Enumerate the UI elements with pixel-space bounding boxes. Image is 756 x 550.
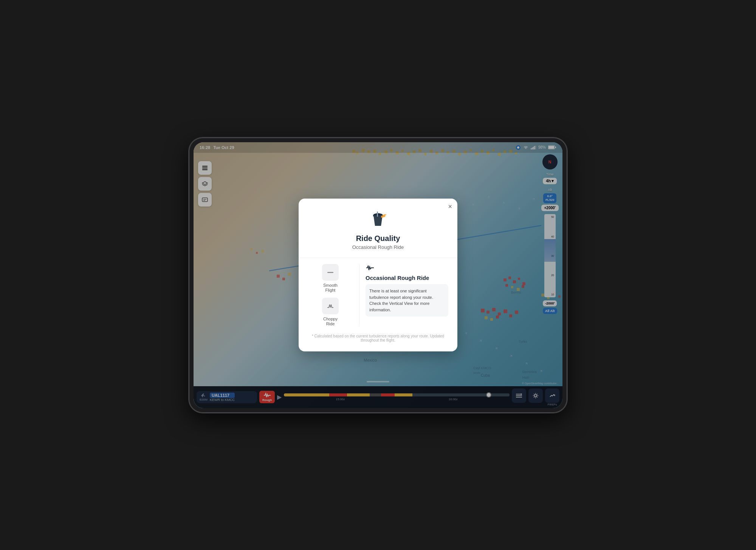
choppy-ride-label: ChoppyRide bbox=[323, 317, 338, 326]
smooth-icon-box bbox=[322, 264, 339, 281]
svg-rect-140 bbox=[327, 272, 333, 273]
ride-quality-modal: × bbox=[299, 199, 457, 351]
modal-title: Ride Quality bbox=[308, 234, 448, 243]
modal-overlay: × bbox=[194, 142, 562, 408]
modal-close-button[interactable]: × bbox=[448, 203, 452, 210]
choppy-ride-option[interactable]: ChoppyRide bbox=[308, 298, 353, 326]
svg-rect-139 bbox=[377, 211, 378, 217]
modal-footer: * Calculated based on the current turbul… bbox=[308, 334, 448, 342]
modal-options: SmoothFlight ChoppyRide bbox=[308, 264, 353, 326]
choppy-ride-icon bbox=[326, 302, 335, 310]
coffee-cup-icon bbox=[367, 208, 389, 230]
ride-quality-title: Occasional Rough Ride bbox=[366, 275, 448, 281]
modal-content: SmoothFlight ChoppyRide bbox=[308, 264, 448, 326]
tablet-frame: ✈ ✈ ✈ ✈ ✈ ✈ ✈ ✈ ✈ ✈ ✈ ✈ ✈ ✈ ✈ ✈ ✈ ✈ ✈ ✈ bbox=[189, 138, 567, 413]
ride-quality-description: There is at least one significant turbul… bbox=[366, 284, 448, 317]
modal-right-panel: Occasional Rough Ride There is at least … bbox=[359, 264, 448, 326]
modal-divider bbox=[299, 258, 457, 258]
tablet-screen: ✈ ✈ ✈ ✈ ✈ ✈ ✈ ✈ ✈ ✈ ✈ ✈ ✈ ✈ ✈ ✈ ✈ ✈ ✈ ✈ bbox=[194, 142, 562, 408]
modal-subtitle: Occasional Rough Ride bbox=[308, 244, 448, 250]
choppy-icon-box bbox=[322, 298, 339, 314]
smooth-flight-icon bbox=[326, 269, 335, 276]
smooth-flight-option[interactable]: SmoothFlight bbox=[308, 264, 353, 293]
waveform-detail-icon bbox=[366, 264, 375, 272]
smooth-flight-label: SmoothFlight bbox=[323, 283, 338, 293]
modal-icon bbox=[308, 208, 448, 230]
ride-quality-header bbox=[366, 264, 448, 272]
modal-footer-text: * Calculated based on the current turbul… bbox=[308, 334, 448, 342]
